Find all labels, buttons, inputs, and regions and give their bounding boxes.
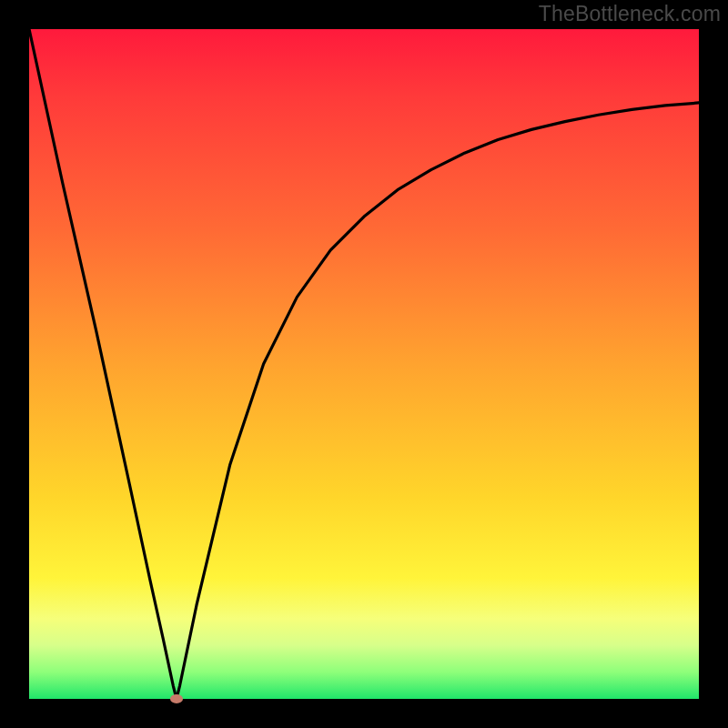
plot-area: [29, 29, 699, 699]
optimum-marker: [170, 694, 183, 703]
bottleneck-curve: [29, 29, 699, 699]
curve-svg: [29, 29, 699, 699]
watermark-text: TheBottleneck.com: [539, 2, 721, 26]
chart-frame: TheBottleneck.com: [0, 0, 728, 728]
